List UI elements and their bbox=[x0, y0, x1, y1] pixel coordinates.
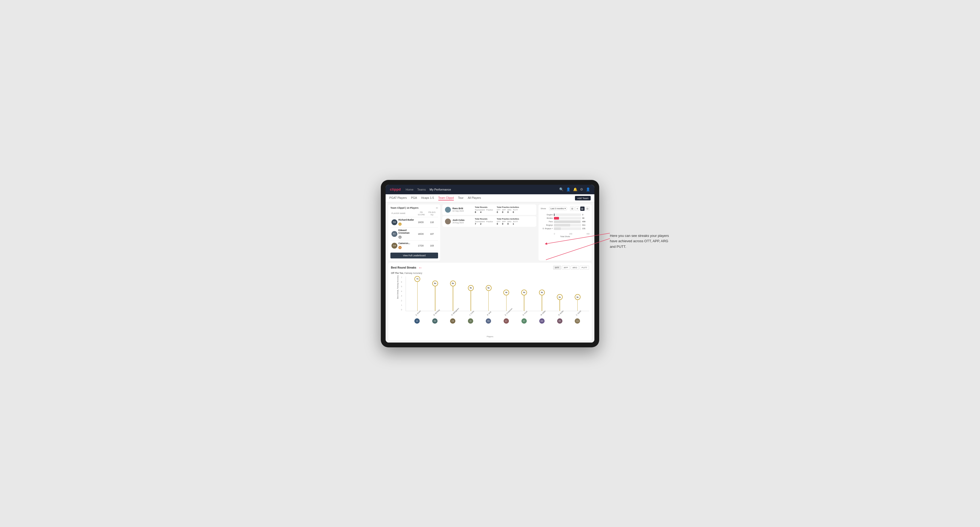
grid-view-btn[interactable]: ⊞ bbox=[570, 206, 574, 211]
streak-bubble-8: 3x bbox=[557, 294, 563, 300]
person-icon[interactable]: 👤 bbox=[566, 187, 570, 191]
add-team-button[interactable]: Add Team bbox=[575, 196, 591, 200]
annotation-text: Here you can see streaks your players ha… bbox=[610, 233, 671, 250]
table-view-btn[interactable]: ⊟ bbox=[585, 206, 590, 211]
streak-chart-area: 7 6 5 4 3 2 1 0 bbox=[406, 276, 589, 311]
search-icon[interactable]: 🔍 bbox=[559, 187, 563, 191]
filter-btn-putt[interactable]: PUTT bbox=[580, 266, 589, 270]
bar-fill-eagles bbox=[554, 213, 554, 216]
nav-home[interactable]: Home bbox=[406, 187, 413, 192]
nav-teams[interactable]: Teams bbox=[417, 187, 426, 192]
practice-sublabel-2: Practice bbox=[486, 221, 493, 222]
subnav-team-clippd[interactable]: Team Clippd bbox=[438, 195, 454, 200]
subnav-all-players[interactable]: All Players bbox=[468, 195, 481, 200]
chart-x-axis: 0 200 400 bbox=[541, 233, 590, 235]
bar-row-birdies: Birdies 96 bbox=[541, 217, 590, 220]
y-tick-5: 5 bbox=[401, 286, 402, 287]
bar-fill-bogeys bbox=[554, 224, 570, 227]
streak-col-2: 6x bbox=[453, 284, 453, 311]
card-name-2: Josh Coles bbox=[452, 219, 465, 221]
stat-group-activities-2: Total Practice Activities OTT APP ARG PU… bbox=[497, 218, 519, 225]
subnav-pga[interactable]: PGA bbox=[411, 195, 417, 200]
streak-line-3 bbox=[471, 288, 471, 311]
bar-track-birdies bbox=[554, 217, 581, 220]
bar-row-dbogeys: D. Bogeys + 131 bbox=[541, 227, 590, 230]
y-axis-label: Best Streak, Fairway Accuracy bbox=[397, 277, 399, 298]
chart-view-btn[interactable]: ▤ bbox=[580, 206, 584, 211]
player-avg-1: 110 bbox=[427, 221, 437, 224]
app-sublabel-2: APP bbox=[502, 221, 506, 222]
stat-label-activities-2: Total Practice Activities bbox=[497, 218, 519, 220]
nav-my-performance[interactable]: My Performance bbox=[430, 187, 451, 192]
player-card-josh-coles: Josh Coles 26 Aug 2023 Total Rounds Tour… bbox=[442, 216, 536, 227]
player-avatar-2: EC bbox=[391, 231, 397, 237]
leaderboard-panel: Team Clippd | 14 Players ✏ PLAYER NAME P… bbox=[388, 205, 440, 260]
streak-bubble-5: 4x bbox=[503, 290, 509, 295]
bar-label-eagles: Eagles bbox=[541, 213, 553, 216]
arg-sublabel-1: ARG bbox=[508, 209, 511, 211]
bar-value-birdies: 96 bbox=[582, 217, 590, 219]
filter-btn-app[interactable]: APP bbox=[562, 266, 570, 270]
app-sublabel-1: APP bbox=[502, 209, 506, 211]
player-info-3: Cameron... 3 bbox=[398, 242, 415, 249]
tournament-val-2: 7 bbox=[475, 222, 479, 225]
badge-3: 3 bbox=[398, 246, 402, 249]
streak-col-6: 4x bbox=[524, 292, 524, 311]
putt-sublabel-2: PUTT bbox=[513, 221, 518, 222]
streaks-title: Best Round Streaks bbox=[391, 266, 416, 269]
streak-line-0 bbox=[417, 279, 418, 311]
view-leaderboard-button[interactable]: View Full Leaderboard bbox=[390, 252, 438, 259]
bar-fill-birdies bbox=[554, 217, 559, 220]
player-info-2: Edward Crossman 2 bbox=[398, 229, 415, 239]
nav-links: Home Teams My Performance bbox=[406, 187, 554, 192]
player-name-2: Edward Crossman bbox=[398, 229, 415, 234]
streak-col-5: 4x bbox=[506, 292, 507, 311]
streak-avatar-7: MM bbox=[539, 318, 545, 324]
y-axis-label-container: Best Streak, Fairway Accuracy bbox=[391, 287, 404, 289]
player-score-1: 19/20 bbox=[416, 221, 426, 224]
streak-chart-wrapper: Best Streak, Fairway Accuracy 7 6 5 4 bbox=[391, 276, 589, 334]
streaks-header: Best Round Streaks ← OTT APP ARG PUTT bbox=[391, 265, 589, 270]
list-view-btn[interactable]: ≡ bbox=[575, 206, 579, 211]
player-cards-section: Rees Britt 02 Sep 2023 Total Rounds Tour… bbox=[442, 205, 536, 260]
filter-btn-arg[interactable]: ARG bbox=[571, 266, 579, 270]
subnav-hcaps[interactable]: Hcaps 1-5 bbox=[421, 195, 434, 200]
streak-name-3: J. Coles bbox=[469, 311, 474, 316]
y-tick-7: 7 bbox=[401, 276, 402, 278]
streak-col-4: 5x bbox=[488, 288, 489, 311]
subnav-tour[interactable]: Tour bbox=[458, 195, 463, 200]
panel-title: Team Clippd | 14 Players bbox=[390, 206, 418, 209]
bell-icon[interactable]: 🔔 bbox=[573, 187, 578, 191]
streak-name-2: D. Billingham bbox=[451, 311, 456, 316]
app-val-1: 0 bbox=[502, 211, 506, 213]
streak-name-8: R. Butler bbox=[558, 311, 563, 316]
bar-track-dbogeys bbox=[554, 227, 581, 230]
player-info-1: Richard Butler 1 bbox=[398, 219, 415, 226]
putt-sublabel-1: PUTT bbox=[513, 209, 518, 211]
badge-1: 1 bbox=[398, 222, 402, 226]
y-tick-4: 4 bbox=[401, 290, 402, 292]
filter-btn-ott[interactable]: OTT bbox=[553, 266, 561, 270]
top-row: Team Clippd | 14 Players ✏ PLAYER NAME P… bbox=[388, 205, 592, 260]
bar-label-dbogeys: D. Bogeys + bbox=[541, 227, 553, 229]
x-label-0: 0 bbox=[554, 233, 555, 235]
bar-chart: Eagles 3 Birdies bbox=[541, 213, 590, 232]
tablet-frame: clippd Home Teams My Performance 🔍 👤 🔔 ⚙… bbox=[381, 180, 599, 347]
streak-player-avatars: EEBMDBJCRBECDFMMRBCQ bbox=[406, 318, 589, 324]
player-row-2: EC Edward Crossman 2 18/20 107 bbox=[390, 227, 438, 241]
player-row-1: RB Richard Butler 1 19/20 110 bbox=[390, 217, 438, 227]
edit-icon[interactable]: ✏ bbox=[436, 206, 438, 210]
streak-line-2 bbox=[453, 284, 453, 311]
bar-fill-dbogeys bbox=[554, 227, 561, 230]
settings-icon[interactable]: ⚙ bbox=[580, 187, 583, 191]
bar-label-bogeys: Bogeys bbox=[541, 224, 553, 226]
player-score-2: 18/20 bbox=[416, 233, 426, 235]
streak-name-4: R. Britt bbox=[487, 311, 492, 316]
period-dropdown[interactable]: Last 3 months ▾ bbox=[549, 207, 567, 210]
panel-header: Team Clippd | 14 Players ✏ bbox=[390, 206, 438, 210]
subnav-pgat[interactable]: PGAT Players bbox=[389, 195, 407, 200]
streak-bubble-6: 4x bbox=[521, 290, 527, 295]
streak-col-7: 4x bbox=[542, 292, 542, 311]
avatar-icon[interactable]: 👤 bbox=[586, 187, 590, 191]
nav-icons: 🔍 👤 🔔 ⚙ 👤 bbox=[559, 187, 590, 191]
